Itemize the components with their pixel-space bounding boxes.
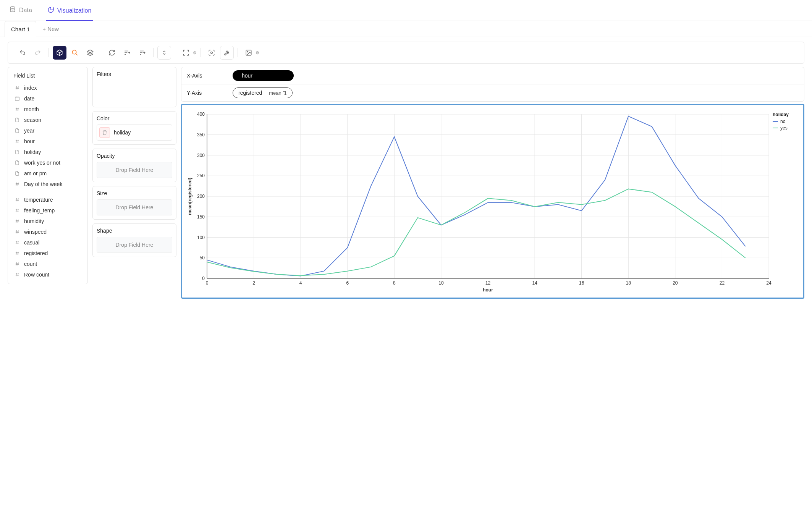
field-item-Row-count[interactable]: Row count xyxy=(11,269,84,280)
field-divider xyxy=(11,192,84,192)
chart-frame[interactable]: 0501001502002503003504000246810121416182… xyxy=(181,104,804,299)
hash-icon xyxy=(14,239,20,246)
calendar-icon xyxy=(14,95,20,102)
nav-tab-data[interactable]: Data xyxy=(8,3,34,18)
field-item-holiday[interactable]: holiday xyxy=(11,147,84,157)
color-title: Color xyxy=(97,115,172,125)
fullscreen-button[interactable] xyxy=(179,46,193,60)
field-item-month[interactable]: month xyxy=(11,104,84,115)
size-drop-zone[interactable]: Drop Field Here xyxy=(97,199,172,215)
refresh-button[interactable] xyxy=(105,46,119,60)
scan-button[interactable] xyxy=(205,46,218,60)
y-axis-agg: mean xyxy=(269,90,281,96)
color-field-pill[interactable]: holiday xyxy=(97,125,172,141)
field-item-Day-of-the-week[interactable]: Day of the week xyxy=(11,179,84,189)
new-chart-button[interactable]: + New xyxy=(39,21,62,37)
legend-item-no[interactable]: no xyxy=(773,119,799,124)
svg-text:0: 0 xyxy=(206,280,209,286)
svg-text:250: 250 xyxy=(197,173,205,178)
expand-y-button[interactable] xyxy=(157,46,171,60)
sort-desc-button[interactable] xyxy=(136,46,149,60)
svg-text:6: 6 xyxy=(346,280,349,286)
svg-text:100: 100 xyxy=(197,235,205,240)
svg-text:50: 50 xyxy=(200,255,205,260)
y-axis-row: Y-Axis registered mean ⇅ xyxy=(181,84,804,101)
hash-icon xyxy=(14,197,20,203)
y-axis-field-pill[interactable]: registered mean ⇅ xyxy=(233,87,293,98)
field-label: year xyxy=(24,128,34,134)
undo-button[interactable] xyxy=(16,46,29,60)
field-item-casual[interactable]: casual xyxy=(11,237,84,248)
svg-text:22: 22 xyxy=(720,280,725,286)
field-item-temperature[interactable]: temperature xyxy=(11,194,84,205)
field-item-count[interactable]: count xyxy=(11,259,84,269)
x-axis-row: X-Axis hour xyxy=(181,67,804,84)
field-item-season[interactable]: season xyxy=(11,115,84,125)
svg-text:mean(registered): mean(registered) xyxy=(187,178,192,215)
field-label: work yes or not xyxy=(24,160,60,166)
field-item-am-or-pm[interactable]: am or pm xyxy=(11,168,84,179)
legend-label: no xyxy=(780,119,785,124)
size-box: Size Drop Field Here xyxy=(92,186,176,220)
field-item-winspeed[interactable]: winspeed xyxy=(11,227,84,237)
field-item-registered[interactable]: registered xyxy=(11,248,84,259)
gear-icon-small[interactable]: ⚙ xyxy=(256,50,259,55)
field-item-humidity[interactable]: humidity xyxy=(11,216,84,227)
field-item-date[interactable]: date xyxy=(11,93,84,104)
search-button[interactable] xyxy=(68,46,82,60)
file-icon xyxy=(14,160,20,166)
field-item-hour[interactable]: hour xyxy=(11,136,84,147)
field-label: am or pm xyxy=(24,170,47,176)
redo-button[interactable] xyxy=(31,46,45,60)
field-item-feeling_temp[interactable]: feeling_temp xyxy=(11,205,84,216)
hash-icon xyxy=(14,261,20,267)
delete-color-field-button[interactable] xyxy=(99,127,110,138)
layers-button[interactable] xyxy=(83,46,97,60)
legend-item-yes[interactable]: yes xyxy=(773,125,799,131)
x-axis-label: X-Axis xyxy=(187,73,225,79)
field-item-year[interactable]: year xyxy=(11,125,84,136)
shape-title: Shape xyxy=(97,228,172,237)
shape-drop-zone[interactable]: Drop Field Here xyxy=(97,237,172,253)
svg-text:0: 0 xyxy=(202,276,205,281)
svg-text:8: 8 xyxy=(393,280,396,286)
filters-drop-zone[interactable] xyxy=(97,80,172,103)
top-nav: Data Visualization xyxy=(0,0,812,21)
filters-box[interactable]: Filters xyxy=(92,67,176,107)
opacity-drop-zone[interactable]: Drop Field Here xyxy=(97,162,172,178)
field-label: month xyxy=(24,106,39,112)
legend-title: holiday xyxy=(773,112,799,117)
chart-tabs: Chart 1 + New xyxy=(0,21,812,37)
shape-box: Shape Drop Field Here xyxy=(92,223,176,257)
toolbar-separator xyxy=(153,48,154,57)
file-icon xyxy=(14,170,20,176)
wrench-button[interactable] xyxy=(220,46,234,60)
image-button[interactable] xyxy=(242,46,256,60)
svg-text:2: 2 xyxy=(252,280,255,286)
chart-tab-1[interactable]: Chart 1 xyxy=(5,21,36,37)
chart-tab-1-label: Chart 1 xyxy=(11,26,30,32)
line-chart: 0501001502002503003504000246810121416182… xyxy=(186,110,773,294)
field-label: holiday xyxy=(24,149,41,155)
encodings-panel: Filters Color holiday Opacity Drop Field… xyxy=(92,67,176,257)
svg-point-0 xyxy=(10,7,15,9)
toolbar-separator xyxy=(175,48,175,57)
database-icon xyxy=(9,6,16,15)
hash-icon xyxy=(14,85,20,91)
field-label: humidity xyxy=(24,218,44,224)
field-item-work-yes-or-not[interactable]: work yes or not xyxy=(11,157,84,168)
pie-chart-icon xyxy=(47,6,54,15)
gear-icon-small[interactable]: ⚙ xyxy=(193,50,197,55)
field-label: registered xyxy=(24,250,48,256)
hash-icon xyxy=(14,229,20,235)
field-label: season xyxy=(24,117,41,123)
file-icon xyxy=(14,128,20,134)
sort-asc-button[interactable] xyxy=(120,46,134,60)
field-item-index[interactable]: index xyxy=(11,83,84,93)
svg-text:200: 200 xyxy=(197,194,205,199)
legend-label: yes xyxy=(780,125,788,131)
x-axis-field-pill[interactable]: hour xyxy=(233,70,294,81)
nav-tab-visualization[interactable]: Visualization xyxy=(46,3,93,21)
cube-button[interactable] xyxy=(53,46,66,60)
svg-text:300: 300 xyxy=(197,153,205,158)
